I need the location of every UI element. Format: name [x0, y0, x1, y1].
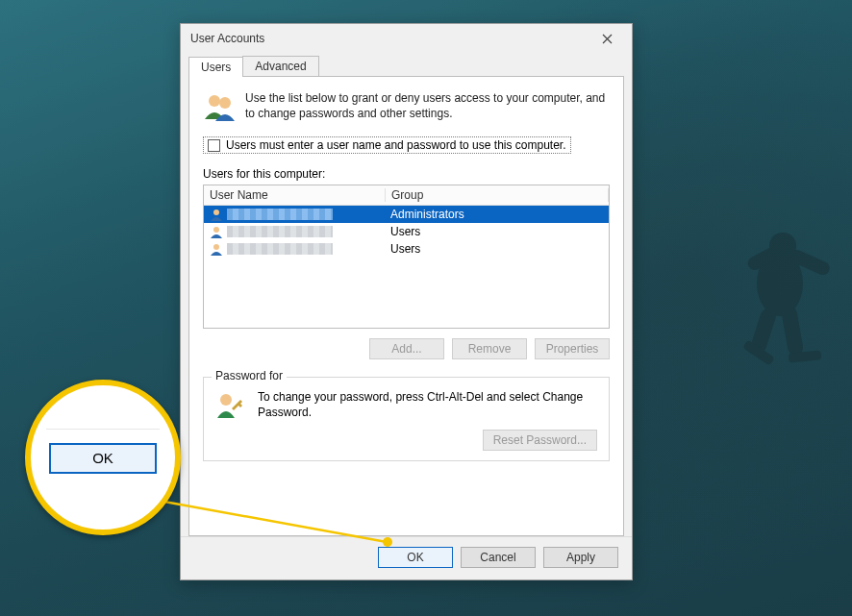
username-redacted — [227, 226, 333, 237]
user-list-buttons: Add... Remove Properties — [203, 338, 610, 359]
user-row[interactable]: Users — [204, 223, 609, 240]
user-icon — [210, 242, 223, 256]
checkbox-icon — [208, 139, 220, 152]
user-icon — [210, 225, 223, 238]
titlebar[interactable]: User Accounts — [181, 24, 632, 53]
cancel-button[interactable]: Cancel — [461, 547, 536, 568]
close-button[interactable] — [588, 26, 626, 51]
tab-panel-users: Use the list below to grant or deny user… — [188, 77, 624, 536]
password-groupbox: Password for To change your password, pr… — [203, 377, 610, 461]
dialog-title: User Accounts — [190, 32, 588, 45]
require-login-label: Users must enter a user name and passwor… — [226, 138, 566, 152]
callout-dot — [383, 537, 392, 547]
tab-advanced[interactable]: Advanced — [242, 56, 318, 76]
username-redacted — [227, 209, 333, 220]
col-group[interactable]: Group — [386, 188, 609, 202]
user-accounts-dialog: User Accounts Users Advanced Use the lis… — [180, 23, 633, 580]
col-username[interactable]: User Name — [204, 188, 386, 202]
password-legend: Password for — [212, 369, 287, 382]
ok-button[interactable]: OK — [378, 547, 453, 568]
remove-user-button[interactable]: Remove — [452, 338, 527, 359]
tab-strip: Users Advanced — [188, 53, 624, 77]
reset-password-button[interactable]: Reset Password... — [483, 430, 597, 451]
properties-button[interactable]: Properties — [535, 338, 610, 359]
username-redacted — [227, 243, 333, 255]
user-list-header: User Name Group — [204, 185, 609, 206]
intro-text: Use the list below to grant or deny user… — [245, 90, 610, 121]
desktop-background: User Accounts Users Advanced Use the lis… — [0, 0, 852, 616]
close-icon — [602, 34, 613, 44]
svg-point-9 — [219, 97, 231, 109]
password-text: To change your password, press Ctrl-Alt-… — [258, 389, 597, 420]
svg-point-13 — [220, 394, 232, 406]
intro-row: Use the list below to grant or deny user… — [203, 90, 610, 123]
user-icon — [210, 208, 223, 221]
require-login-checkbox-row[interactable]: Users must enter a user name and passwor… — [203, 136, 571, 154]
user-row[interactable]: Administrators — [204, 206, 609, 223]
apply-button[interactable]: Apply — [543, 547, 618, 568]
dialog-footer-buttons: OK Cancel Apply — [181, 536, 632, 579]
key-icon — [215, 389, 246, 420]
group-cell: Users — [385, 225, 609, 238]
svg-point-12 — [213, 244, 219, 250]
group-cell: Users — [385, 242, 609, 256]
magnified-ok-button: OK — [49, 443, 157, 474]
user-row[interactable]: Users — [204, 240, 609, 258]
svg-point-10 — [213, 209, 219, 215]
svg-point-11 — [213, 227, 219, 233]
svg-point-8 — [209, 95, 220, 107]
users-icon — [203, 90, 236, 123]
user-list-label: Users for this computer: — [203, 167, 610, 181]
add-user-button[interactable]: Add... — [369, 338, 444, 359]
magnifier-lens: OK — [25, 380, 181, 535]
group-cell: Administrators — [385, 208, 609, 221]
user-list[interactable]: User Name Group Administrators Users — [203, 185, 610, 329]
tab-users[interactable]: Users — [188, 57, 243, 77]
